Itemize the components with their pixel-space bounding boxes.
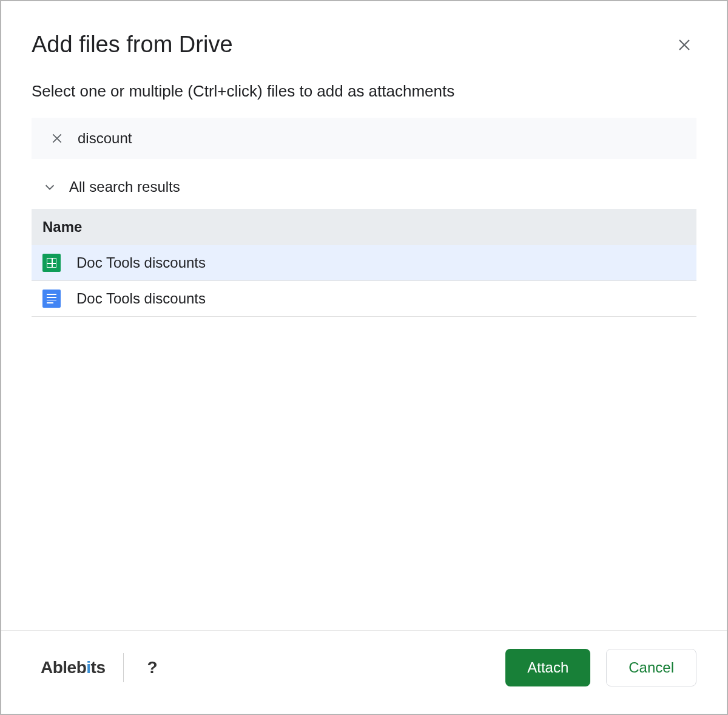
file-name: Doc Tools discounts: [76, 290, 206, 307]
file-row[interactable]: Doc Tools discounts: [32, 281, 696, 317]
results-section-label: All search results: [69, 178, 180, 195]
chevron-down-icon: [42, 180, 57, 194]
divider: [123, 653, 124, 682]
file-row[interactable]: Doc Tools discounts: [32, 245, 696, 281]
close-icon: [51, 132, 63, 144]
close-button[interactable]: [672, 33, 696, 57]
dialog-subtitle: Select one or multiple (Ctrl+click) file…: [32, 82, 696, 101]
dialog-footer: Ablebits ? Attach Cancel: [1, 630, 727, 714]
search-bar[interactable]: [32, 118, 696, 159]
attach-button[interactable]: Attach: [505, 649, 590, 686]
close-icon: [677, 38, 692, 52]
search-input[interactable]: [78, 130, 678, 147]
docs-icon: [42, 290, 61, 308]
sheets-icon: [42, 254, 61, 272]
results-section-toggle[interactable]: All search results: [32, 178, 696, 195]
dialog-title: Add files from Drive: [32, 32, 233, 58]
file-name: Doc Tools discounts: [76, 254, 206, 271]
help-button[interactable]: ?: [142, 656, 162, 680]
search-clear-button[interactable]: [50, 131, 64, 146]
brand-logo: Ablebits: [41, 658, 105, 677]
cancel-button[interactable]: Cancel: [606, 649, 696, 686]
column-header-name[interactable]: Name: [32, 209, 696, 245]
